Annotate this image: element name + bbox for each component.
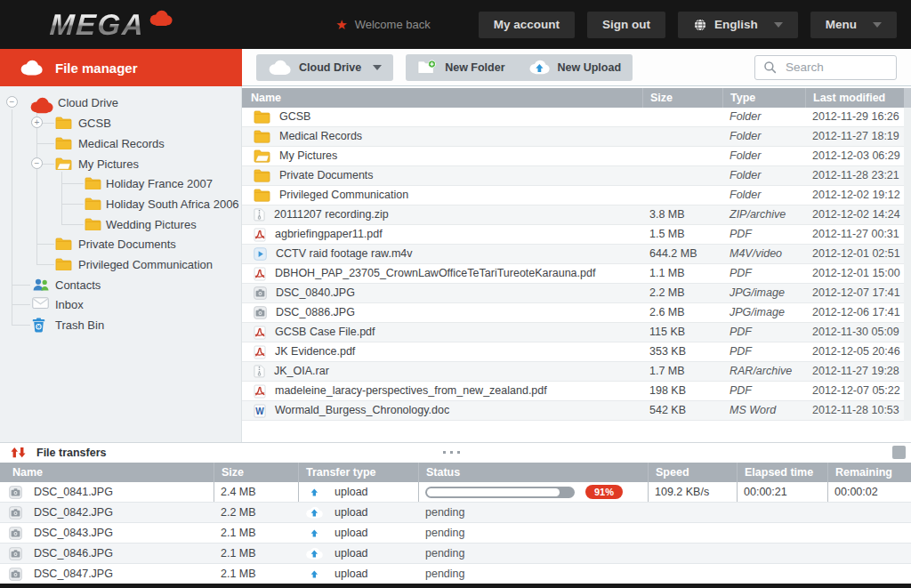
file-size	[642, 186, 722, 205]
transfer-row[interactable]: DSC_0847.JPG2.1 MBuploadpending	[0, 564, 911, 584]
expander-minus-icon[interactable]: −	[6, 96, 18, 108]
file-name: Private Documents	[279, 166, 374, 185]
sidebar-item-gcsb[interactable]: +GCSB	[0, 113, 241, 133]
sidebar-item-private-documents[interactable]: Private Documents	[0, 234, 241, 254]
file-modified: 2012-12-07 05:22	[805, 382, 904, 400]
file-row[interactable]: agbriefingpaper11.pdf1.5 MBPDF2012-11-27…	[242, 225, 904, 245]
transfer-remaining	[827, 564, 911, 584]
language-dropdown[interactable]: English	[678, 12, 798, 38]
transfer-size: 2.1 MB	[214, 544, 298, 563]
sidebar-item-contacts[interactable]: Contacts	[0, 275, 241, 295]
transfer-row[interactable]: DSC_0846.JPG2.1 MBuploadpending	[0, 544, 911, 564]
folder-icon	[55, 238, 72, 250]
file-row[interactable]: GCSBFolder2012-11-29 16:26	[242, 108, 904, 127]
column-header-name[interactable]: Name	[242, 88, 642, 108]
progress-badge: 91%	[585, 485, 623, 499]
file-type: MS Word	[722, 401, 805, 420]
transfer-row[interactable]: DSC_0843.JPG2.1 MBuploadpending	[0, 523, 911, 544]
new-upload-button[interactable]: New Upload	[517, 54, 633, 81]
tree-connector	[61, 224, 84, 225]
status-text: pending	[425, 568, 465, 580]
sidebar-item-my-pictures[interactable]: −My Pictures	[0, 154, 241, 174]
sidebar-item-holiday-france-2007[interactable]: Holiday France 2007	[0, 173, 241, 194]
file-row[interactable]: Privileged CommunicationFolder2012-12-02…	[242, 186, 904, 205]
column-header-last-modified[interactable]: Last modified	[805, 88, 904, 108]
new-folder-button[interactable]: New Folder	[406, 54, 516, 81]
file-type: Folder	[722, 186, 805, 205]
toolbar: Cloud Drive New Folder New Upload	[242, 49, 911, 86]
search-input[interactable]	[784, 60, 888, 75]
search-icon	[763, 60, 777, 74]
file-row[interactable]: Medical RecordsFolder2012-11-27 18:19	[242, 127, 904, 147]
file-row[interactable]: DSC_0840.JPG2.2 MBJPG/image2012-12-07 17…	[242, 284, 904, 303]
file-name-cell: agbriefingpaper11.pdf	[242, 225, 642, 244]
panel-resize-handle[interactable]	[443, 451, 460, 454]
file-size	[642, 127, 722, 146]
panel-collapse-button[interactable]	[892, 446, 906, 459]
file-row[interactable]: DBHOH_PAP_23705_CrownLawOfficeTeTariTure…	[242, 264, 904, 284]
menu-dropdown[interactable]: Menu	[810, 12, 897, 38]
file-row[interactable]: JK Evidence.pdf353 KBPDF2012-12-05 20:46	[242, 342, 904, 362]
cloud-drive-dropdown[interactable]: Cloud Drive	[256, 54, 393, 81]
sidebar-item-medical-records[interactable]: Medical Records	[0, 133, 241, 154]
file-modified: 2012-11-29 16:26	[805, 108, 904, 126]
sidebar-item-cloud-drive[interactable]: −Cloud Drive	[0, 93, 241, 113]
file-name: CCTV raid footage raw.m4v	[276, 245, 413, 263]
file-name-cell: 20111207 recording.zip	[242, 205, 642, 224]
file-size: 1.5 MB	[642, 225, 722, 244]
file-row[interactable]: madeleine_laracy-perspectives_from_new_z…	[242, 382, 904, 401]
white-cloud-icon	[20, 60, 43, 76]
column-header-size[interactable]: Size	[642, 88, 722, 108]
transfer-name: DSC_0847.JPG	[34, 568, 113, 580]
column-header-type[interactable]: Type	[722, 88, 805, 108]
cloud-drive-label: Cloud Drive	[299, 61, 361, 74]
sidebar-item-trash-bin[interactable]: Trash Bin	[0, 315, 241, 335]
file-row[interactable]: GCSB Case File.pdf115 KBPDF2012-11-30 05…	[242, 323, 904, 342]
sidebar-item-privileged-communication[interactable]: Privileged Communication	[0, 254, 241, 275]
sidebar-item-wedding-pictures[interactable]: Wedding Pictures	[0, 214, 241, 235]
progress-fill	[427, 488, 560, 496]
my-account-button[interactable]: My account	[479, 12, 575, 38]
expander-minus-icon[interactable]: −	[31, 157, 43, 169]
file-row[interactable]: Private DocumentsFolder2012-11-28 23:21	[242, 166, 904, 186]
cloud-up-small-icon	[305, 486, 323, 498]
sidebar-item-inbox[interactable]: Inbox	[0, 294, 241, 315]
file-type: RAR/archive	[722, 362, 805, 381]
sign-out-label: Sign out	[602, 18, 650, 31]
file-size: 2.6 MB	[642, 303, 722, 322]
file-type: Folder	[722, 127, 805, 146]
file-name: Wormald_Burgess_Chronology.doc	[275, 401, 449, 420]
file-row[interactable]: JK_OIA.rar1.7 MBRAR/archive2012-11-27 19…	[242, 362, 904, 382]
file-row[interactable]: 20111207 recording.zip3.8 MBZIP/archive2…	[242, 205, 904, 225]
file-name-cell: JK_OIA.rar	[242, 362, 642, 381]
transfer-row[interactable]: DSC_0841.JPG2.4 MBupload91%109.2 KB/s00:…	[0, 482, 911, 503]
file-row[interactable]: DSC_0886.JPG2.6 MBJPG/image2012-12-06 17…	[242, 303, 904, 323]
file-modified: 2012-11-30 05:09	[805, 323, 904, 342]
image-icon	[254, 286, 267, 300]
expander-plus-icon[interactable]: +	[31, 117, 43, 128]
transfer-row[interactable]: DSC_0842.JPG2.2 MBuploadpending	[0, 503, 911, 523]
file-modified: 2012-12-02 19:12	[805, 186, 904, 205]
file-row[interactable]: WWormald_Burgess_Chronology.doc542 KBMS …	[242, 401, 904, 421]
file-row[interactable]: CCTV raid footage raw.m4v644.2 MBM4V/vid…	[242, 245, 904, 264]
transfer-name-cell: DSC_0847.JPG	[0, 564, 214, 584]
file-name-cell: madeleine_laracy-perspectives_from_new_z…	[242, 382, 642, 400]
status-text: pending	[425, 527, 465, 539]
sidebar-item-holiday-south-africa-2006[interactable]: Holiday South Africa 2006	[0, 194, 241, 214]
file-modified: 2012-12-01 02:51	[805, 245, 904, 263]
mega-logo[interactable]: MEGA	[50, 8, 173, 42]
cloud-icon	[268, 60, 291, 76]
file-name-cell: Medical Records	[242, 127, 642, 146]
transfer-status-cell: 91%	[418, 482, 648, 502]
tree-connector	[36, 244, 54, 245]
folder-icon	[85, 218, 101, 230]
collapse-arrows-icon	[905, 447, 911, 458]
file-size	[642, 108, 722, 126]
transfer-name: DSC_0841.JPG	[34, 486, 113, 498]
file-size: 542 KB	[642, 401, 722, 420]
sign-out-button[interactable]: Sign out	[587, 12, 665, 38]
file-name-cell: GCSB	[242, 108, 642, 126]
file-name-cell: Private Documents	[242, 166, 642, 185]
file-row[interactable]: My PicturesFolder2012-12-03 06:29	[242, 147, 904, 166]
scrollbar-track[interactable]	[904, 88, 911, 421]
